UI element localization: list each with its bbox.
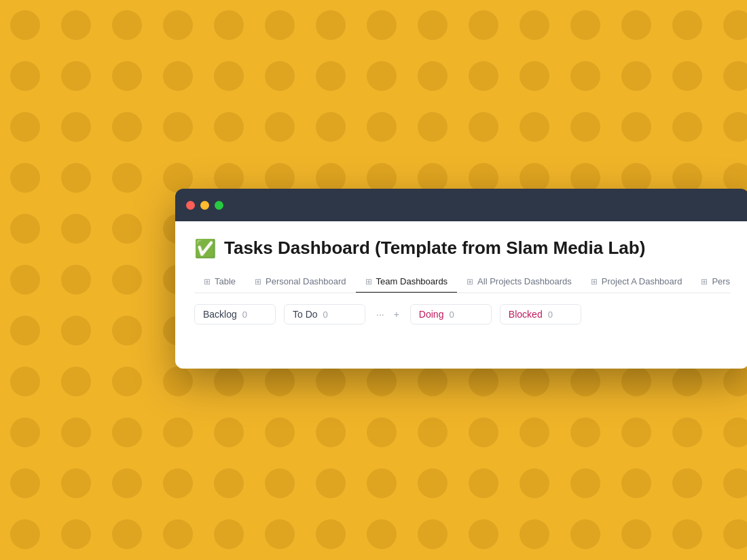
tab-table-label: Table [215, 276, 236, 286]
traffic-light-yellow[interactable] [200, 201, 209, 210]
tab-all-projects-label: All Projects Dashboards [477, 276, 572, 286]
traffic-light-green[interactable] [215, 201, 223, 210]
backlog-label: Backlog [203, 309, 237, 320]
todo-count: 0 [323, 310, 328, 320]
tab-personal-tasks-label: Personal — Tasks Du... [712, 276, 730, 286]
tab-personal-dashboard[interactable]: ⊞ Personal Dashboard [245, 271, 356, 293]
page-title: Tasks Dashboard (Template from Slam Medi… [224, 238, 645, 259]
personal-tasks-tab-icon: ⊞ [701, 277, 708, 286]
tab-personal-tasks[interactable]: ⊞ Personal — Tasks Du... [691, 271, 730, 293]
browser-window: ✅ Tasks Dashboard (Template from Slam Me… [175, 189, 747, 369]
doing-count: 0 [449, 310, 454, 320]
tab-project-a-label: Project A Dashboard [602, 276, 682, 286]
team-dashboards-tab-icon: ⊞ [365, 277, 372, 286]
doing-label: Doing [419, 309, 444, 320]
kanban-col-blocked: Blocked 0 [500, 304, 581, 324]
tab-project-a[interactable]: ⊞ Project A Dashboard [581, 271, 692, 293]
title-bar [175, 189, 747, 221]
add-column-button[interactable]: + [391, 307, 402, 321]
tab-table[interactable]: ⊞ Table [194, 271, 245, 293]
todo-label: To Do [293, 309, 318, 320]
kanban-col-backlog: Backlog 0 [194, 304, 276, 324]
kanban-col-doing: Doing 0 [410, 304, 492, 324]
traffic-light-red[interactable] [186, 201, 195, 210]
personal-dashboard-tab-icon: ⊞ [255, 277, 261, 286]
tab-all-projects[interactable]: ⊞ All Projects Dashboards [457, 271, 581, 293]
table-tab-icon: ⊞ [204, 277, 211, 286]
backlog-count: 0 [242, 310, 247, 320]
blocked-count: 0 [548, 310, 553, 320]
tab-team-dashboards-label: Team Dashboards [376, 276, 448, 286]
window-body: ✅ Tasks Dashboard (Template from Slam Me… [175, 221, 747, 369]
tab-personal-dashboard-label: Personal Dashboard [266, 276, 346, 286]
page-title-row: ✅ Tasks Dashboard (Template from Slam Me… [194, 238, 730, 259]
kanban-actions: ··· + [374, 307, 402, 321]
more-options-button[interactable]: ··· [374, 307, 387, 321]
all-projects-tab-icon: ⊞ [467, 277, 473, 286]
tabs-row: ⊞ Table ⊞ Personal Dashboard ⊞ Team Dash… [194, 271, 730, 293]
kanban-col-todo: To Do 0 [284, 304, 365, 324]
tab-team-dashboards[interactable]: ⊞ Team Dashboards [356, 271, 458, 293]
kanban-row: Backlog 0 To Do 0 ··· + Doing 0 Blocked … [194, 293, 730, 324]
project-a-tab-icon: ⊞ [591, 277, 598, 286]
page-icon: ✅ [194, 240, 216, 257]
blocked-label: Blocked [509, 309, 543, 320]
